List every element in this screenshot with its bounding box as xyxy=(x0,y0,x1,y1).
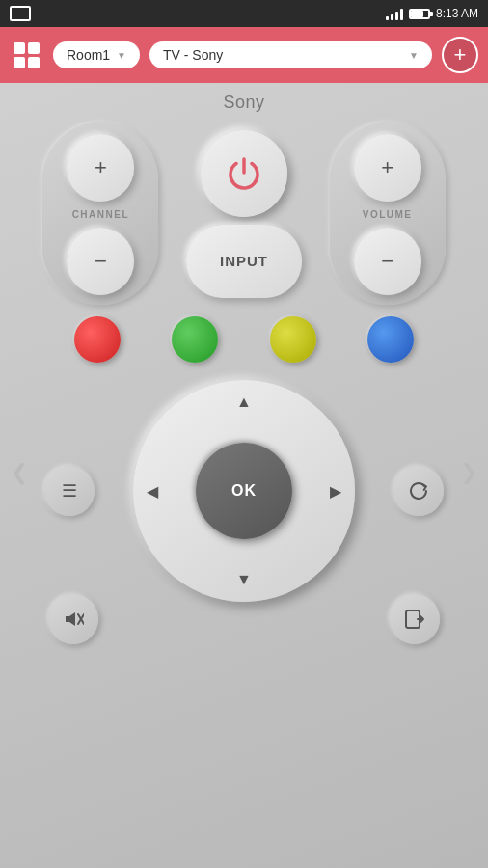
blue-button[interactable] xyxy=(367,316,414,363)
screen-icon xyxy=(10,6,31,21)
dpad-up-button[interactable]: ▲ xyxy=(236,393,252,411)
color-buttons xyxy=(0,316,488,363)
ok-label: OK xyxy=(231,482,257,500)
status-icons: 8:13 AM xyxy=(386,7,478,20)
power-icon xyxy=(224,153,264,194)
dpad-container: ▲ ◀ OK ▶ ▼ xyxy=(133,380,355,602)
channel-up-button[interactable]: + xyxy=(67,134,134,202)
channel-down-button[interactable]: − xyxy=(67,228,134,295)
channel-label: CHANNEL xyxy=(72,209,129,220)
device-name: TV - Sony xyxy=(163,47,223,63)
status-bar: 8:13 AM xyxy=(0,0,488,27)
mute-icon xyxy=(63,609,84,630)
battery-icon xyxy=(409,9,430,19)
exit-button[interactable] xyxy=(390,594,440,644)
channel-panel: + CHANNEL − xyxy=(42,122,158,305)
dpad: ▲ ◀ OK ▶ ▼ xyxy=(133,380,355,602)
channel-plus-icon: + xyxy=(95,155,107,180)
red-button[interactable] xyxy=(74,316,121,363)
refresh-icon xyxy=(408,480,429,502)
add-device-button[interactable]: + xyxy=(442,37,478,73)
dpad-row: ☰ ▲ ◀ OK ▶ ▼ xyxy=(0,380,488,602)
dpad-right-button[interactable]: ▶ xyxy=(330,482,341,501)
green-button[interactable] xyxy=(172,316,218,363)
mute-button[interactable] xyxy=(48,594,98,644)
volume-down-button[interactable]: − xyxy=(354,228,421,295)
device-arrow-icon: ▼ xyxy=(409,50,419,61)
room-arrow-icon: ▼ xyxy=(117,50,126,61)
dpad-left-button[interactable]: ◀ xyxy=(147,482,158,501)
volume-minus-icon: − xyxy=(381,249,393,274)
header: Room1 ▼ TV - Sony ▼ + xyxy=(0,27,488,83)
app-logo xyxy=(10,39,43,72)
top-controls: + CHANNEL − INPUT + VOLUME xyxy=(0,122,488,305)
device-dropdown[interactable]: TV - Sony ▼ xyxy=(149,41,432,68)
right-chevron-icon: ❯ xyxy=(460,460,477,485)
volume-panel: + VOLUME − xyxy=(330,122,446,305)
next-page-button[interactable]: ❯ xyxy=(455,460,482,485)
plus-icon: + xyxy=(454,42,467,68)
signal-icon xyxy=(386,7,403,20)
channel-minus-icon: − xyxy=(95,249,107,274)
input-button[interactable]: INPUT xyxy=(186,225,302,298)
yellow-button[interactable] xyxy=(270,316,316,363)
power-button[interactable] xyxy=(201,130,287,217)
room-dropdown[interactable]: Room1 ▼ xyxy=(53,41,140,68)
svg-marker-0 xyxy=(66,612,75,626)
volume-up-button[interactable]: + xyxy=(354,134,421,202)
prev-page-button[interactable]: ❮ xyxy=(6,460,33,485)
dpad-down-button[interactable]: ▼ xyxy=(236,571,252,588)
room-name: Room1 xyxy=(67,47,110,63)
volume-plus-icon: + xyxy=(381,155,393,180)
refresh-button[interactable] xyxy=(393,466,444,516)
device-title: Sony xyxy=(223,93,264,113)
menu-button[interactable]: ☰ xyxy=(44,466,95,516)
ok-button[interactable]: OK xyxy=(196,443,292,539)
input-label: INPUT xyxy=(220,253,268,269)
menu-icon: ☰ xyxy=(62,480,77,502)
exit-icon xyxy=(404,609,425,630)
clock: 8:13 AM xyxy=(436,7,478,20)
center-controls: INPUT xyxy=(186,130,302,298)
left-chevron-icon: ❮ xyxy=(11,460,28,485)
volume-label: VOLUME xyxy=(363,209,413,220)
remote-main: Sony + CHANNEL − INPUT xyxy=(0,83,488,868)
